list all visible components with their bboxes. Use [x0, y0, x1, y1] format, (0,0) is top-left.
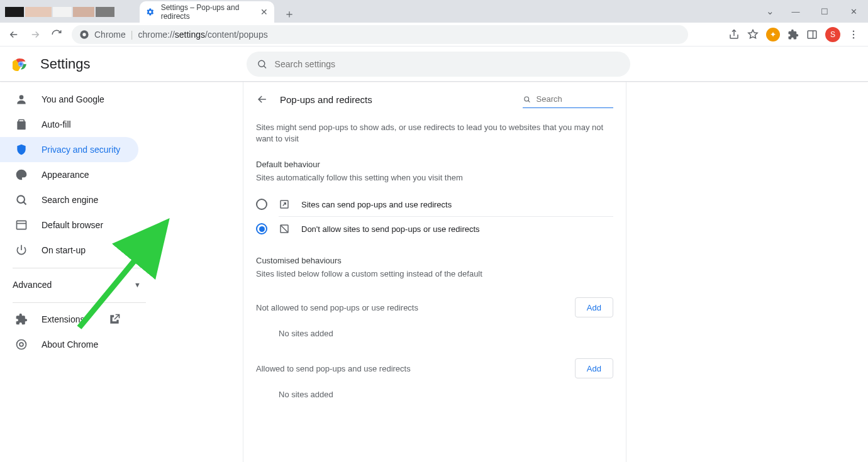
sidebar-item-you-and-google[interactable]: You and Google	[0, 87, 138, 112]
sidebar-item-label: Auto-fill	[42, 119, 71, 129]
share-icon[interactable]	[728, 29, 740, 40]
svg-point-11	[19, 95, 24, 99]
nav-reload-button[interactable]	[48, 26, 65, 43]
not-allowed-empty: No sites added	[243, 317, 626, 349]
person-icon	[15, 93, 28, 106]
tab-title: Settings – Pop-ups and redirects	[161, 3, 254, 21]
search-icon	[523, 94, 531, 104]
sidebar-item-privacy-security[interactable]: Privacy and security	[0, 137, 138, 162]
settings-panel: Pop-ups and redirects Sites might send p…	[243, 82, 626, 462]
power-icon	[15, 244, 28, 256]
add-not-allowed-button[interactable]: Add	[575, 297, 613, 317]
sidebar-item-label: Appearance	[42, 170, 89, 180]
extensions-icon[interactable]	[787, 29, 799, 40]
external-link-icon	[108, 313, 121, 326]
not-allowed-label: Not allowed to send pop-ups or use redir…	[256, 303, 418, 312]
palette-icon	[15, 168, 28, 181]
background-tab[interactable]	[0, 1, 140, 23]
sidebar-item-label: Default browser	[42, 220, 103, 230]
svg-point-15	[17, 340, 26, 349]
svg-point-6	[853, 37, 854, 38]
popup-blocked-icon	[279, 223, 290, 234]
tab-strip: Settings – Pop-ups and redirects ✕ ＋ ⌄ —…	[0, 0, 868, 23]
chrome-icon	[79, 30, 89, 40]
clipboard-icon	[15, 118, 28, 131]
allowed-label: Allowed to send pop-ups and use redirect…	[256, 364, 411, 373]
settings-search-input[interactable]	[275, 59, 620, 69]
kebab-menu-icon[interactable]	[848, 29, 859, 40]
customised-behaviours-title: Customised behaviours	[243, 256, 626, 265]
svg-point-16	[19, 343, 23, 346]
panel-description: Sites might send pop-ups to show ads, or…	[243, 117, 626, 160]
svg-point-10	[258, 60, 264, 67]
address-bar[interactable]: Chrome | chrome://settings/content/popup…	[72, 25, 688, 44]
svg-point-17	[525, 97, 529, 101]
page-title: Settings	[40, 56, 91, 72]
radio-label: Sites can send pop-ups and use redirects	[301, 200, 452, 209]
svg-point-5	[853, 33, 854, 35]
settings-sidebar: You and Google Auto-fill Privacy and sec…	[0, 82, 161, 462]
nav-back-button[interactable]	[5, 26, 23, 43]
tabs-dropdown-icon[interactable]: ⌄	[759, 6, 781, 17]
window-minimize[interactable]: —	[781, 1, 810, 21]
svg-point-9	[19, 62, 22, 65]
sidebar-item-label: Search engine	[42, 195, 98, 205]
omnibox-label: Chrome	[94, 30, 126, 40]
sidebar-item-extensions[interactable]: Extensions	[0, 307, 138, 332]
puzzle-icon	[15, 313, 28, 326]
profile-avatar[interactable]: S	[825, 27, 840, 42]
settings-search[interactable]	[247, 52, 630, 77]
nav-forward-button[interactable]	[26, 26, 44, 43]
panel-search-input[interactable]	[537, 94, 613, 104]
window-close[interactable]: ✕	[839, 1, 868, 21]
url-host: settings	[175, 30, 205, 40]
search-icon	[257, 58, 267, 70]
default-behaviour-title: Default behaviour	[243, 160, 626, 169]
sidebar-item-on-startup[interactable]: On start-up	[0, 238, 138, 263]
extension-badge[interactable]: ✦	[766, 28, 780, 41]
sidebar-item-label: Extensions	[42, 314, 84, 324]
gear-icon	[146, 7, 155, 17]
svg-rect-13	[17, 221, 26, 229]
radio-unselected-icon	[256, 199, 267, 210]
active-tab[interactable]: Settings – Pop-ups and redirects ✕	[140, 1, 274, 23]
search-icon	[15, 194, 28, 206]
close-tab-icon[interactable]: ✕	[260, 7, 268, 17]
url-path: /content/popups	[205, 30, 268, 40]
sidebar-item-appearance[interactable]: Appearance	[0, 162, 138, 187]
browser-icon	[15, 219, 28, 231]
sidebar-item-about-chrome[interactable]: About Chrome	[0, 332, 138, 357]
default-behaviour-subtitle: Sites automatically follow this setting …	[243, 169, 626, 192]
radio-label: Don't allow sites to send pop-ups or use…	[301, 224, 480, 234]
chrome-outline-icon	[15, 338, 28, 351]
sidebar-advanced-toggle[interactable]: Advanced ▼	[0, 272, 161, 297]
popup-open-icon	[279, 199, 290, 210]
sidebar-item-label: Privacy and security	[42, 145, 120, 155]
settings-header: Settings	[0, 47, 868, 82]
radio-allow-popups[interactable]: Sites can send pop-ups and use redirects	[243, 192, 626, 216]
sidebar-item-label: On start-up	[42, 245, 86, 255]
svg-point-1	[82, 33, 86, 36]
sidepanel-icon[interactable]	[806, 29, 818, 40]
allowed-empty: No sites added	[243, 378, 626, 410]
sidebar-item-label: About Chrome	[42, 339, 98, 349]
add-allowed-button[interactable]: Add	[575, 358, 613, 378]
customised-behaviours-subtitle: Sites listed below follow a custom setti…	[243, 265, 626, 289]
svg-rect-2	[808, 31, 816, 38]
sidebar-item-search-engine[interactable]: Search engine	[0, 187, 138, 212]
svg-point-4	[853, 30, 854, 31]
sidebar-item-default-browser[interactable]: Default browser	[0, 212, 138, 238]
panel-search[interactable]	[523, 91, 613, 108]
browser-toolbar: Chrome | chrome://settings/content/popup…	[0, 23, 868, 47]
bookmark-star-icon[interactable]	[747, 29, 759, 40]
window-maximize[interactable]: ☐	[810, 1, 839, 21]
back-arrow-button[interactable]	[256, 93, 269, 106]
new-tab-button[interactable]: ＋	[281, 5, 298, 23]
chevron-down-icon: ▼	[134, 281, 141, 289]
panel-title: Pop-ups and redirects	[280, 94, 372, 105]
sidebar-item-autofill[interactable]: Auto-fill	[0, 112, 138, 137]
advanced-label: Advanced	[13, 280, 52, 290]
shield-icon	[15, 143, 28, 156]
radio-block-popups[interactable]: Don't allow sites to send pop-ups or use…	[243, 217, 626, 241]
radio-selected-icon	[256, 223, 267, 234]
